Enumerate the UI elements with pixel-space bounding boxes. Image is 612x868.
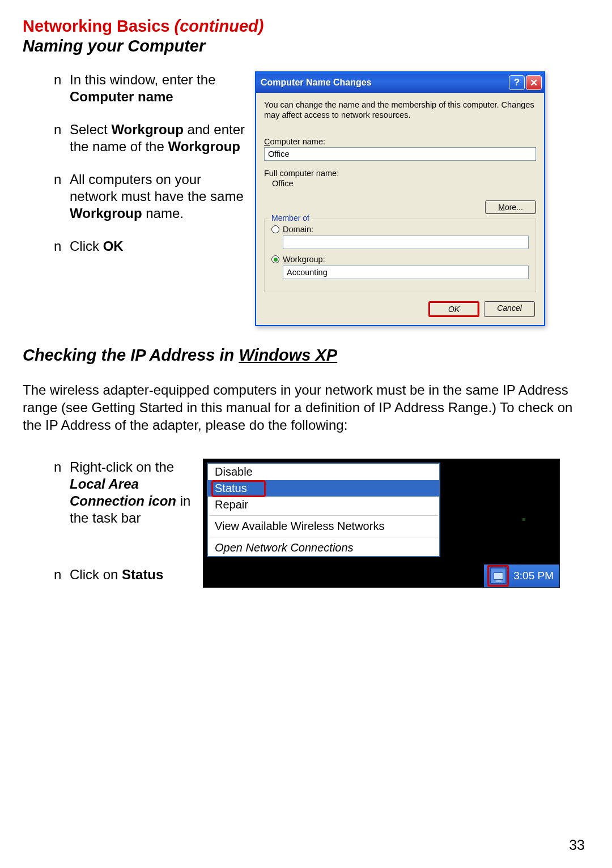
workgroup-radio-row[interactable]: Workgroup: (271, 255, 529, 264)
dialog-description: You can change the name and the membersh… (264, 100, 536, 120)
member-of-group: Member of Domain: Workgroup: (264, 219, 536, 292)
ctx-status[interactable]: Status (208, 480, 439, 497)
instructions-list-2: n Right-click on the Local Area Connecti… (23, 459, 193, 599)
instructions-list-1: n In this window, enter the Computer nam… (23, 71, 249, 271)
workgroup-field[interactable] (283, 266, 529, 279)
dialog-titlebar[interactable]: Computer Name Changes ? ✕ (256, 72, 544, 93)
highlight-box-icon (487, 565, 509, 587)
domain-radio-row[interactable]: Domain: (271, 225, 529, 234)
dialog-title: Computer Name Changes (261, 78, 508, 88)
page-subtitle: Naming your Computer (23, 37, 589, 55)
domain-radio[interactable] (271, 225, 279, 233)
context-menu-screenshot: Disable Status Repair View Available Wir… (203, 459, 560, 588)
page-title: Networking Basics (continued) (23, 17, 589, 36)
computer-name-field[interactable] (264, 147, 536, 161)
ctx-repair[interactable]: Repair (208, 497, 439, 513)
taskbar: 3:05 PM (484, 565, 559, 587)
section2-paragraph: The wireless adapter-equipped computers … (23, 382, 589, 434)
dialog-body: You can change the name and the membersh… (256, 93, 544, 325)
clock: 3:05 PM (513, 570, 554, 582)
ctx-open-connections[interactable]: Open Network Connections (208, 540, 439, 556)
domain-field[interactable] (283, 236, 529, 249)
decorative-dot (522, 518, 525, 521)
menu-separator (209, 515, 438, 516)
cancel-button[interactable]: Cancel (484, 301, 535, 317)
computer-name-dialog: Computer Name Changes ? ✕ You can change… (255, 71, 545, 326)
context-menu: Disable Status Repair View Available Wir… (207, 463, 440, 557)
ctx-view-networks[interactable]: View Available Wireless Networks (208, 518, 439, 535)
list-item: n In this window, enter the Computer nam… (54, 71, 249, 105)
list-item: n Click OK (54, 238, 249, 255)
full-computer-name-label: Full computer name: (264, 169, 536, 178)
more-button[interactable]: More... (485, 200, 536, 214)
computer-name-label: Computer name: (264, 137, 536, 146)
group-legend: Member of (269, 213, 312, 223)
title-continued: (continued) (175, 17, 264, 35)
full-computer-name-value: Office (272, 179, 536, 188)
ok-button[interactable]: OK (428, 301, 479, 317)
ctx-disable[interactable]: Disable (208, 464, 439, 480)
workgroup-radio[interactable] (271, 255, 279, 263)
list-item: n All computers on your network must hav… (54, 171, 249, 222)
list-item: n Select Workgroup and enter the name of… (54, 121, 249, 155)
close-icon[interactable]: ✕ (526, 75, 542, 90)
monitor-icon (494, 572, 503, 580)
section2-title: Checking the IP Address in Windows XP (23, 346, 589, 365)
page-number: 33 (569, 837, 585, 853)
title-red: Networking Basics (23, 17, 175, 35)
list-item: n Right-click on the Local Area Connecti… (54, 459, 193, 527)
help-icon[interactable]: ? (509, 75, 525, 90)
list-item: n Click on Status (54, 566, 193, 583)
network-tray-icon[interactable] (490, 567, 507, 584)
menu-separator (209, 537, 438, 537)
